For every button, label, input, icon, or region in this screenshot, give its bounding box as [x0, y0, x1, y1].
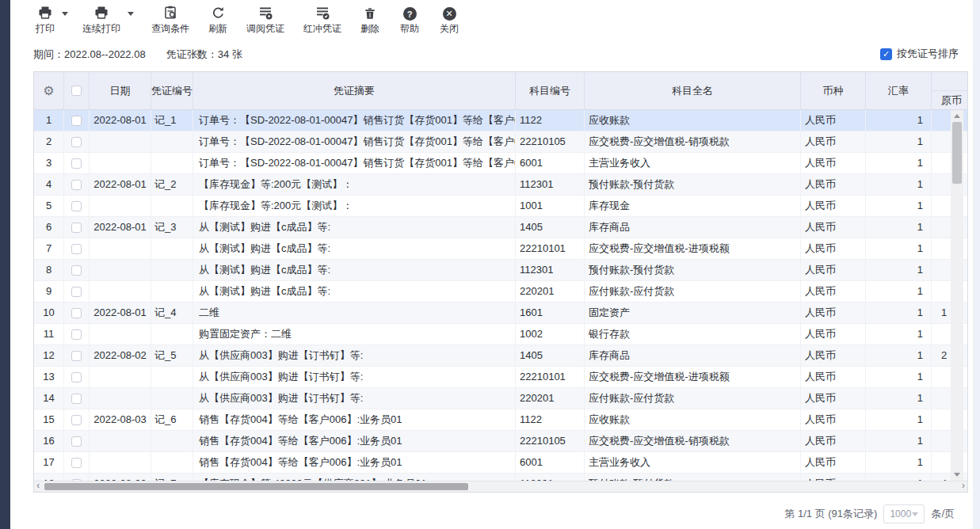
table-row[interactable]: 3订单号：【SD-2022-08-01-00047】销售订货【存货001】等给【… — [34, 153, 967, 174]
table-row[interactable]: 152022-08-03记_6销售【存货004】等给【客户006】:业务员011… — [34, 409, 967, 431]
column-header-original-currency[interactable]: 原币 — [932, 72, 967, 109]
column-header-subject-code[interactable]: 科目编号 — [516, 72, 585, 109]
cell-summary: 【库存现金】等:200元【测试】： — [193, 174, 516, 195]
cell-subject-name: 固定资产 — [585, 303, 801, 323]
row-checkbox[interactable] — [71, 180, 82, 190]
cell-row-number: 6 — [34, 217, 64, 238]
table-row[interactable]: 5【库存现金】等:200元【测试】：1001库存现金人民币1 — [34, 196, 967, 217]
column-header-date[interactable]: 日期 — [90, 72, 151, 109]
column-settings-cell[interactable]: ⚙ — [34, 72, 64, 109]
vertical-scroll-thumb[interactable] — [952, 122, 962, 184]
cell-date: 2022-08-03 — [90, 409, 151, 430]
row-checkbox[interactable] — [71, 351, 82, 361]
cell-row-number: 10 — [34, 303, 64, 323]
table-row[interactable]: 7从【测试】购进【c成品】等:22210101应交税费-应交增值税-进项税额人民… — [34, 238, 967, 260]
table-row[interactable]: 17销售【存货004】等给【客户006】:业务员016001主营业务收入人民币1 — [34, 452, 967, 474]
row-checkbox[interactable] — [71, 329, 82, 340]
row-checkbox[interactable] — [71, 137, 82, 147]
table-row[interactable]: 16销售【存货004】等给【客户006】:业务员0122210105应交税费-应… — [34, 431, 967, 452]
row-checkbox[interactable] — [71, 201, 82, 211]
table-row[interactable]: 102022-08-01记_4二维1601固定资产人民币11 — [34, 303, 967, 324]
row-checkbox[interactable] — [71, 116, 82, 126]
table-row[interactable]: 11购置固定资产：二维1002银行存款人民币1 — [34, 324, 967, 345]
table-row[interactable]: 9从【测试】购进【c成品】等:220201应付账款-应付货款人民币1 — [34, 281, 967, 303]
select-all-cell[interactable] — [64, 72, 90, 109]
table-row[interactable]: 8从【测试】购进【c成品】等:112301预付账款-预付货款人民币1 — [34, 260, 967, 281]
query-conditions-button[interactable]: 查询条件 — [151, 5, 189, 36]
row-checkbox[interactable] — [71, 244, 82, 254]
column-header-voucher-no[interactable]: 凭证编号 — [151, 72, 193, 109]
close-icon: ✕ — [443, 5, 456, 21]
table-row[interactable]: 62022-08-01记_3从【测试】购进【c成品】等:1405库存商品人民币1 — [34, 217, 967, 238]
vertical-scrollbar[interactable] — [951, 110, 963, 481]
cell-rate: 1 — [866, 281, 932, 302]
cell-subject-name: 应收账款 — [585, 409, 801, 430]
table-row[interactable]: 12022-08-01记_1订单号：【SD-2022-08-01-00047】销… — [34, 110, 967, 131]
cell-row-number: 17 — [34, 452, 64, 473]
cell-row-number: 5 — [34, 196, 64, 216]
row-checkbox[interactable] — [71, 415, 82, 425]
print-button[interactable]: 打印 — [36, 5, 55, 36]
row-checkbox[interactable] — [71, 458, 82, 468]
table-row[interactable]: 14从【供应商003】购进【订书钉】等:220201应付账款-应付货款人民币1 — [34, 388, 967, 409]
cell-voucher-no — [151, 238, 193, 259]
cell-currency: 人民币 — [801, 153, 866, 173]
cell-voucher-no — [151, 153, 193, 173]
horizontal-scrollbar[interactable]: ‹ › — [34, 481, 967, 492]
table-row[interactable]: 13从【供应商003】购进【订书钉】等:22210101应交税费-应交增值税-进… — [34, 367, 967, 388]
cell-date — [90, 281, 151, 302]
row-checkbox[interactable] — [71, 372, 82, 382]
sort-by-voucher-checkbox[interactable]: ✓ 按凭证号排序 — [880, 47, 959, 61]
cell-rate: 1 — [866, 174, 932, 195]
row-checkbox[interactable] — [71, 308, 82, 318]
print-dropdown-arrow[interactable] — [62, 12, 68, 16]
scroll-up-arrow-icon[interactable] — [954, 114, 960, 118]
cell-rate: 1 — [866, 131, 932, 152]
column-header-rate[interactable]: 汇率 — [866, 72, 932, 109]
row-checkbox[interactable] — [71, 394, 82, 404]
horizontal-scroll-thumb[interactable] — [44, 483, 468, 490]
refresh-button[interactable]: 刷新 — [208, 5, 227, 36]
row-checkbox[interactable] — [71, 158, 82, 169]
cell-rate: 1 — [866, 110, 932, 131]
cell-summary: 【库存现金】等:200元【测试】： — [193, 196, 516, 216]
close-button[interactable]: ✕ 关闭 — [440, 5, 459, 36]
table-row[interactable]: 122022-08-02记_5从【供应商003】购进【订书钉】等:1405库存商… — [34, 345, 967, 367]
cell-summary: 订单号：【SD-2022-08-01-00047】销售订货【存货001】等给【客… — [193, 131, 516, 152]
table-row[interactable]: 2订单号：【SD-2022-08-01-00047】销售订货【存货001】等给【… — [34, 131, 967, 153]
scroll-left-arrow-icon[interactable]: ‹ — [36, 480, 40, 491]
cell-date — [90, 260, 151, 280]
cell-subject-code: 220201 — [516, 388, 585, 409]
column-header-subject-name[interactable]: 科目全名 — [585, 72, 801, 109]
cell-subject-code: 22210101 — [516, 367, 585, 387]
cell-rate: 1 — [866, 452, 932, 473]
page-size-select[interactable]: 1000 — [883, 504, 925, 523]
select-all-checkbox[interactable] — [71, 86, 82, 96]
checkbox-checked-icon[interactable]: ✓ — [880, 48, 892, 60]
red-reverse-voucher-button[interactable]: 红冲凭证 — [303, 5, 341, 36]
row-checkbox[interactable] — [71, 223, 82, 233]
scroll-down-arrow-icon[interactable] — [954, 473, 960, 477]
table-row[interactable]: 42022-08-01记_2【库存现金】等:200元【测试】：112301预付账… — [34, 174, 967, 196]
cell-voucher-no: 记_4 — [151, 303, 193, 323]
continuous-print-dropdown-arrow[interactable] — [128, 12, 134, 16]
scroll-right-arrow-icon[interactable]: › — [962, 480, 965, 491]
cell-checkbox — [64, 324, 90, 344]
cell-currency: 人民币 — [801, 431, 866, 451]
column-header-currency[interactable]: 币种 — [801, 72, 866, 109]
row-checkbox[interactable] — [71, 265, 82, 276]
cell-rate: 1 — [866, 367, 932, 387]
cell-summary: 从【测试】购进【c成品】等: — [193, 260, 516, 280]
cell-row-number: 9 — [34, 281, 64, 302]
delete-button[interactable]: 删除 — [360, 5, 379, 36]
cell-subject-code: 1405 — [516, 217, 585, 238]
row-checkbox[interactable] — [71, 287, 82, 297]
row-checkbox[interactable] — [71, 436, 82, 447]
cell-subject-code: 1601 — [516, 303, 585, 323]
help-button[interactable]: ? 帮助 — [400, 5, 419, 36]
cell-voucher-no — [151, 324, 193, 344]
continuous-print-button[interactable]: 连续打印 — [82, 5, 120, 36]
view-voucher-button[interactable]: 调阅凭证 — [246, 5, 284, 36]
cell-currency: 人民币 — [801, 452, 866, 473]
column-header-summary[interactable]: 凭证摘要 — [193, 72, 516, 109]
